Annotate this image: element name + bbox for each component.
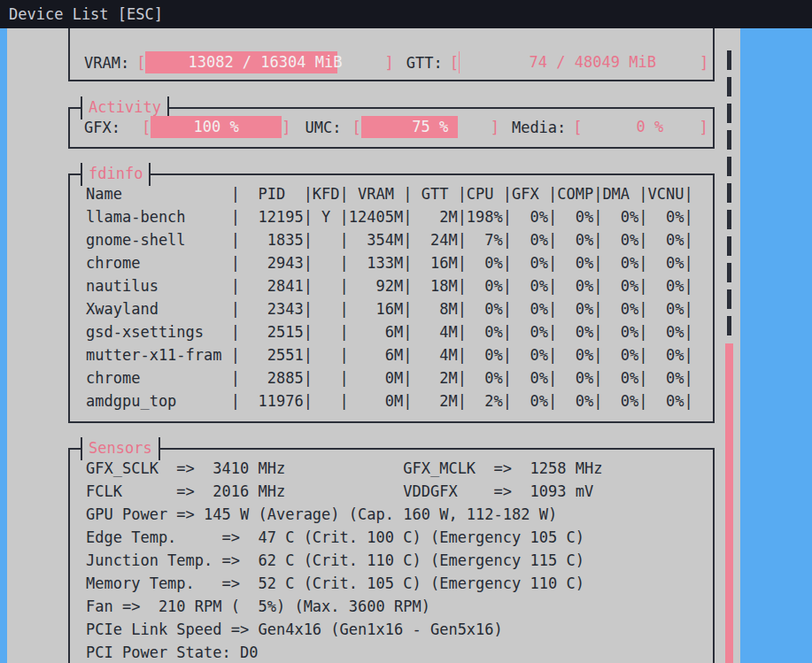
terminal-background: VRAM: [ 13082 / 16304 MiB ] GTT: [ 74 / … — [0, 28, 812, 663]
fdinfo-row: mutter-x11-fram | 2551| | 6M| 4M| 0%| 0%… — [86, 343, 709, 366]
sensor-line: Edge Temp. => 47 C (Crit. 100 C) (Emerge… — [86, 526, 709, 549]
fdinfo-row: gsd-xsettings | 2515| | 6M| 4M| 0%| 0%| … — [86, 320, 709, 343]
scrollbar-track-dash — [727, 77, 731, 96]
gauge-open-bracket: [ — [573, 119, 582, 136]
gfx-label: GFX: — [84, 119, 120, 136]
scrollbar-track-dash — [727, 316, 731, 335]
vram-gauge-value: 13082 / 16304 MiB — [145, 51, 384, 73]
gauge-open-bracket: [ — [450, 54, 459, 72]
device-list-menu-bar[interactable]: Device List [ESC] — [0, 0, 812, 28]
sensor-line: Fan => 210 RPM ( 5%) (Max. 3600 RPM) — [86, 595, 709, 618]
sensor-line: Memory Temp. => 52 C (Crit. 105 C) (Emer… — [86, 572, 709, 595]
sensor-line: PCIe Link Speed => Gen4x16 (Gen1x16 - Ge… — [86, 618, 709, 641]
scrollbar-track-dash — [727, 236, 731, 256]
fdinfo-row: Xwayland | 2343| | 16M| 8M| 0%| 0%| 0%| … — [86, 297, 709, 320]
fdinfo-row: gnome-shell | 1835| | 354M| 24M| 7%| 0%|… — [86, 228, 709, 251]
scrollbar-track-dash — [727, 210, 731, 229]
gauge-open-bracket: [ — [352, 119, 360, 136]
gtt-label: GTT: — [406, 54, 443, 72]
gauge-open-bracket: [ — [142, 119, 151, 136]
fdinfo-row: chrome | 2943| | 133M| 16M| 0%| 0%| 0%| … — [86, 251, 709, 274]
vram-label: VRAM: — [84, 54, 129, 72]
scrollbar-track-dash — [727, 263, 731, 282]
gauge-close-bracket: ] — [700, 54, 708, 72]
gtt-gauge-value: 74 / 48049 MiB — [459, 51, 700, 73]
scrollbar-track-dash — [727, 289, 731, 309]
sensor-line: PCI Power State: D0 — [86, 641, 709, 663]
scrollbar-track-dash — [727, 130, 731, 150]
screen: Device List [ESC] VRAM: [ 13082 / 16304 … — [0, 0, 812, 663]
fdinfo-section: fdinfo Name | PID |KFD| VRAM | GTT |CPU … — [68, 173, 715, 423]
gfx-activity-gauge: 100 % — [151, 116, 282, 138]
gauge-open-bracket: [ — [136, 54, 145, 72]
umc-activity-gauge: 75 % — [361, 116, 491, 138]
fdinfo-row: chrome | 2885| | 0M| 2M| 0%| 0%| 0%| 0%|… — [86, 366, 709, 389]
scrollbar-track-dash — [727, 157, 731, 176]
scrollbar-thumb[interactable] — [725, 343, 733, 663]
sensor-line: GFX_SCLK => 3410 MHz GFX_MCLK => 1258 MH… — [86, 457, 709, 480]
gauge-close-bracket: ] — [384, 54, 393, 72]
gauge-close-bracket: ] — [700, 119, 708, 136]
activity-section: Activity GFX: [ 100 % ] UMC: [ 75 % — [68, 107, 715, 149]
fdinfo-row: llama-bench | 12195| Y |12405M| 2M|198%|… — [86, 205, 709, 228]
media-label: Media: — [512, 119, 566, 136]
gfx-activity-value: 100 % — [151, 116, 282, 138]
vram-gauge: 13082 / 16304 MiB — [145, 51, 384, 73]
media-activity-gauge: 0 % — [583, 116, 700, 138]
sensor-line: FCLK => 2016 MHz VDDGFX => 1093 mV — [86, 480, 709, 503]
media-activity-value: 0 % — [583, 116, 700, 138]
sensors-section: Sensors GFX_SCLK => 3410 MHz GFX_MCLK =>… — [68, 448, 715, 663]
scrollbar-track-dash — [727, 50, 731, 70]
sensor-line: GPU Power => 145 W (Average) (Cap. 160 W… — [86, 503, 709, 526]
scrollbar-track-dash — [727, 183, 731, 203]
amdgpu-top-panel: VRAM: [ 13082 / 16304 MiB ] GTT: [ 74 / … — [7, 28, 740, 663]
fdinfo-header-row: Name | PID |KFD| VRAM | GTT |CPU |GFX |C… — [86, 182, 709, 205]
umc-label: UMC: — [305, 119, 341, 136]
sensor-line: Junction Temp. => 62 C (Crit. 110 C) (Em… — [86, 549, 709, 572]
fdinfo-row: nautilus | 2841| | 92M| 18M| 0%| 0%| 0%|… — [86, 274, 709, 297]
sensors-list: GFX_SCLK => 3410 MHz GFX_MCLK => 1258 MH… — [86, 457, 709, 663]
umc-activity-value: 75 % — [361, 116, 491, 138]
gauge-close-bracket: ] — [282, 119, 290, 136]
window-title: Device List [ESC] — [9, 5, 163, 23]
gtt-gauge: 74 / 48049 MiB — [459, 51, 700, 73]
vram-gauge-row: VRAM: [ 13082 / 16304 MiB ] GTT: [ 74 / … — [70, 28, 713, 73]
gauge-close-bracket: ] — [491, 119, 499, 136]
fdinfo-table: Name | PID |KFD| VRAM | GTT |CPU |GFX |C… — [86, 182, 709, 412]
scrollbar-track-dash — [727, 104, 731, 123]
vram-section: VRAM: [ 13082 / 16304 MiB ] GTT: [ 74 / … — [68, 28, 715, 81]
fdinfo-row: amdgpu_top | 11976| | 0M| 2M| 2%| 0%| 0%… — [86, 389, 709, 412]
